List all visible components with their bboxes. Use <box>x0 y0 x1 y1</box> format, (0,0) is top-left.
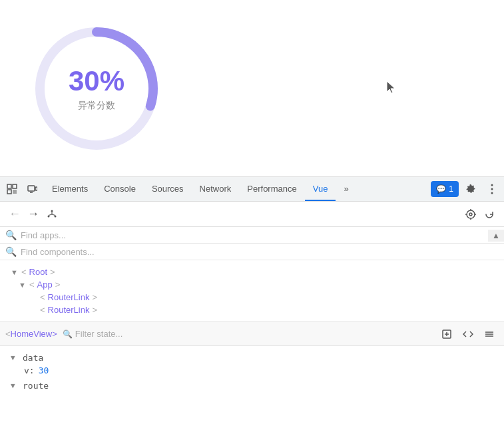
svg-point-11 <box>491 192 493 194</box>
find-components-bar: 🔍 <box>0 244 504 260</box>
badge-count: 1 <box>449 184 453 194</box>
svg-point-9 <box>491 184 493 186</box>
svg-point-18 <box>467 210 475 218</box>
tab-console[interactable]: Console <box>96 177 144 201</box>
svg-point-13 <box>48 215 50 217</box>
tab-performance[interactable]: Performance <box>239 177 304 201</box>
bottom-panel: <HomeView> 🔍 <box>0 322 504 397</box>
find-apps-input[interactable] <box>21 230 499 240</box>
rl2-tag: RouterLink <box>48 305 90 315</box>
app-arrow: ▼ <box>19 281 27 289</box>
inspect-element-btn[interactable] <box>3 180 21 198</box>
bottom-toolbar: <HomeView> 🔍 <box>0 322 504 346</box>
component-tree: ▼ <Root> ▼ <App> <RouterLink> <RouterLin… <box>0 260 504 322</box>
svg-rect-7 <box>35 187 37 190</box>
code-btn[interactable] <box>459 325 477 343</box>
svg-rect-3 <box>7 190 11 194</box>
app-tag: App <box>37 280 53 290</box>
devtools-toolbar: Elements Console Sources Network Perform… <box>0 176 504 202</box>
data-row-v: v: 30 <box>24 364 493 377</box>
filter-state-input[interactable] <box>75 329 187 339</box>
cursor-icon <box>384 80 397 96</box>
vue-nav: ← → <box>0 202 504 227</box>
tree-app[interactable]: ▼ <App> <box>0 278 504 291</box>
refresh-btn[interactable] <box>480 205 499 224</box>
tree-routerlink-1[interactable]: <RouterLink> <box>0 291 504 304</box>
toolbar-icons <box>3 180 41 198</box>
v-key: v: <box>24 365 35 375</box>
expand-btn[interactable] <box>480 325 499 343</box>
filter-section: 🔍 <box>63 329 187 339</box>
data-toggle-arrow[interactable]: ▼ <box>11 353 19 362</box>
settings-btn[interactable] <box>461 180 480 198</box>
svg-rect-2 <box>7 184 11 188</box>
tree-root[interactable]: ▼ <Root> <box>0 266 504 278</box>
data-row-route: ▼ route <box>11 379 493 392</box>
find-apps-section: 🔍 ▲ <box>0 227 504 244</box>
toolbar-right: 💬 1 <box>431 180 501 198</box>
tree-routerlink-2[interactable]: <RouterLink> <box>0 304 504 316</box>
svg-rect-5 <box>13 190 17 194</box>
svg-line-16 <box>49 214 52 216</box>
route-toggle-arrow[interactable]: ▼ <box>11 381 19 390</box>
data-section: ▼ data v: 30 ▼ route <box>0 346 504 397</box>
data-row-data: ▼ data <box>11 351 493 364</box>
selected-component-tag: <HomeView> <box>5 329 57 339</box>
chart-percent: 30% <box>69 65 125 97</box>
notifications-badge[interactable]: 💬 1 <box>431 181 459 197</box>
main-content: 30% 异常分数 <box>0 0 504 176</box>
chart-container: 30% 异常分数 <box>27 19 166 158</box>
search-apps-icon: 🔍 <box>5 230 17 240</box>
root-arrow: ▼ <box>11 268 19 276</box>
svg-point-19 <box>469 213 472 216</box>
forward-btn[interactable]: → <box>24 205 43 224</box>
device-toolbar-btn[interactable] <box>23 180 41 198</box>
v-value: 30 <box>39 365 49 375</box>
svg-point-14 <box>55 215 57 217</box>
tab-more[interactable]: » <box>336 177 356 201</box>
svg-point-12 <box>51 210 53 212</box>
root-tag: Root <box>29 267 47 277</box>
badge-icon: 💬 <box>436 184 446 194</box>
find-components-input[interactable] <box>21 247 499 257</box>
filter-search-icon: 🔍 <box>63 330 73 339</box>
target-btn[interactable] <box>461 205 480 224</box>
tab-elements[interactable]: Elements <box>44 177 96 201</box>
tab-sources[interactable]: Sources <box>144 177 192 201</box>
chart-label: 异常分数 <box>69 100 125 112</box>
find-apps-bar: 🔍 <box>0 227 504 244</box>
svg-rect-4 <box>13 184 17 188</box>
route-key: route <box>23 381 49 391</box>
search-components-icon: 🔍 <box>5 246 17 257</box>
back-btn[interactable]: ← <box>5 205 24 224</box>
inspect-state-btn[interactable] <box>437 325 456 343</box>
svg-rect-6 <box>28 186 35 191</box>
more-options-btn[interactable] <box>483 180 501 198</box>
svg-point-10 <box>491 188 493 190</box>
rl1-tag: RouterLink <box>48 292 90 302</box>
scroll-up-btn[interactable]: ▲ <box>488 230 504 242</box>
svg-line-17 <box>52 214 55 216</box>
component-tree-btn[interactable] <box>43 205 61 224</box>
bottom-icons <box>437 325 499 343</box>
devtools-tabs: Elements Console Sources Network Perform… <box>44 177 431 201</box>
chart-center: 30% 异常分数 <box>69 65 125 112</box>
tab-network[interactable]: Network <box>192 177 240 201</box>
tab-vue[interactable]: Vue <box>305 177 336 201</box>
data-key-data: data <box>23 353 43 363</box>
